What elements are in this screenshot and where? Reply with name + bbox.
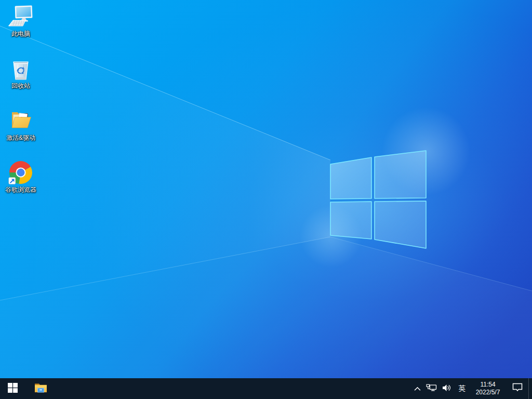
show-hidden-icons-button[interactable]	[411, 378, 423, 399]
desktop-surface[interactable]: 此电脑	[0, 0, 532, 378]
desktop-icon-label: 回收站	[11, 82, 30, 89]
ime-indicator[interactable]: 英	[455, 378, 469, 399]
windows-desktop-screen: 此电脑	[0, 0, 532, 399]
ethernet-icon	[426, 384, 437, 394]
taskbar-empty-area	[52, 378, 411, 399]
windows-logo-icon	[8, 383, 18, 395]
action-center-icon	[512, 383, 523, 394]
taskbar-clock[interactable]: 11:54 2022/5/7	[469, 378, 507, 399]
desktop-icon-label: 激活&驱动	[6, 134, 35, 141]
start-button[interactable]	[0, 378, 25, 399]
desktop-icon-recycle-bin[interactable]: 回收站	[1, 55, 41, 96]
clock-date: 2022/5/7	[476, 389, 500, 396]
taskbar: 英 11:54 2022/5/7	[0, 378, 532, 399]
file-explorer-icon	[34, 382, 47, 395]
desktop-icon-google-chrome[interactable]: 谷歌浏览器	[1, 159, 41, 200]
speaker-icon	[442, 384, 452, 394]
desktop-icon-label: 谷歌浏览器	[5, 186, 36, 193]
volume-button[interactable]	[439, 378, 455, 399]
network-button[interactable]	[423, 378, 439, 399]
clock-time: 11:54	[480, 381, 495, 389]
action-center-button[interactable]	[507, 378, 528, 399]
open-folder-icon	[8, 108, 33, 133]
show-desktop-button[interactable]	[528, 378, 532, 399]
desktop-icon-label: 此电脑	[11, 30, 30, 37]
desktop-icon-this-pc[interactable]: 此电脑	[1, 3, 41, 44]
chevron-up-icon	[414, 384, 421, 393]
wallpaper-image	[0, 0, 532, 378]
system-tray: 英 11:54 2022/5/7	[411, 378, 532, 399]
this-pc-icon	[8, 4, 33, 29]
desktop-icon-grid: 此电脑	[1, 3, 41, 200]
chrome-icon	[8, 160, 33, 185]
desktop-icon-activation-drivers[interactable]: 激活&驱动	[1, 107, 41, 148]
recycle-bin-icon	[8, 56, 33, 81]
shortcut-arrow-icon	[9, 178, 16, 184]
file-explorer-button[interactable]	[29, 378, 52, 399]
